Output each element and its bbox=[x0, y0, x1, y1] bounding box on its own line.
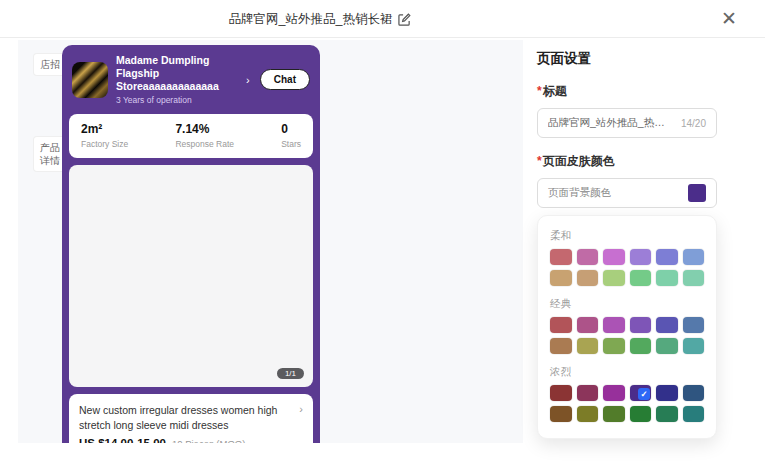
skin-field-label: *页面皮肤颜色 bbox=[537, 153, 717, 170]
store-header: Madame Dumpling Flagship Storeaaaaaaaaaa… bbox=[62, 45, 320, 112]
color-swatch[interactable] bbox=[603, 270, 625, 286]
chat-button[interactable]: Chat bbox=[260, 69, 310, 90]
settings-heading: 页面设置 bbox=[537, 50, 717, 68]
check-icon: ✓ bbox=[638, 388, 650, 400]
color-swatch[interactable] bbox=[577, 406, 599, 422]
color-swatch[interactable] bbox=[550, 406, 572, 422]
color-swatch[interactable] bbox=[683, 385, 705, 401]
dialog-header: 品牌官网_站外推品_热销长裙 ✕ bbox=[0, 0, 765, 38]
product-title: New custom irregular dresses women high … bbox=[79, 403, 295, 431]
color-swatch[interactable] bbox=[550, 317, 572, 333]
product-card[interactable]: New custom irregular dresses women high … bbox=[69, 394, 313, 443]
palette-grid-strong: ✓ bbox=[550, 385, 704, 422]
color-swatch[interactable] bbox=[656, 385, 678, 401]
color-swatch[interactable] bbox=[603, 249, 625, 265]
store-years: 3 Years of operation bbox=[116, 95, 236, 105]
color-swatch[interactable] bbox=[577, 338, 599, 354]
background-color-label: 页面背景颜色 bbox=[548, 186, 688, 200]
store-logo bbox=[72, 62, 108, 98]
color-swatch[interactable] bbox=[656, 338, 678, 354]
color-swatch[interactable] bbox=[603, 317, 625, 333]
mobile-preview: Madame Dumpling Flagship Storeaaaaaaaaaa… bbox=[62, 45, 320, 443]
color-palette-dropdown: 柔和 经典 浓烈 ✓ bbox=[537, 215, 717, 439]
palette-section-label: 经典 bbox=[550, 297, 704, 311]
store-banner-tab-label: 店招 bbox=[40, 59, 60, 70]
page-title: 品牌官网_站外推品_热销长裙 bbox=[229, 11, 393, 28]
color-swatch[interactable] bbox=[630, 249, 652, 265]
palette-section-label: 柔和 bbox=[550, 229, 704, 243]
stat-response-rate: 7.14% Response Rate bbox=[175, 122, 234, 149]
color-swatch[interactable] bbox=[577, 317, 599, 333]
required-mark: * bbox=[537, 154, 542, 168]
stat-factory-size: 2m² Factory Size bbox=[81, 122, 128, 149]
color-swatch[interactable] bbox=[683, 270, 705, 286]
chevron-right-icon[interactable]: › bbox=[299, 403, 303, 431]
color-swatch[interactable] bbox=[550, 385, 572, 401]
required-mark: * bbox=[537, 84, 542, 98]
product-tab-label-2: 详情 bbox=[40, 154, 60, 167]
edit-title-icon[interactable] bbox=[398, 13, 411, 26]
title-field-label: *标题 bbox=[537, 83, 717, 100]
palette-grid-soft bbox=[550, 249, 704, 286]
color-swatch[interactable] bbox=[603, 338, 625, 354]
product-moq: 10 Pieces (MOQ) bbox=[172, 438, 245, 443]
title-input-value: 品牌官网_站外推品_热销长裙 bbox=[548, 116, 675, 130]
product-price: US $14.00-15.00 bbox=[79, 437, 166, 443]
color-swatch[interactable] bbox=[630, 406, 652, 422]
store-name: Madame Dumpling Flagship Storeaaaaaaaaaa… bbox=[116, 54, 236, 93]
color-swatch[interactable] bbox=[656, 249, 678, 265]
product-tab-label-1: 产品 bbox=[40, 141, 60, 154]
close-icon[interactable]: ✕ bbox=[721, 7, 737, 31]
palette-grid-classic bbox=[550, 317, 704, 354]
color-swatch[interactable] bbox=[577, 270, 599, 286]
color-swatch[interactable] bbox=[630, 270, 652, 286]
stat-stars: 0 Stars bbox=[281, 122, 301, 149]
color-swatch[interactable] bbox=[630, 317, 652, 333]
color-swatch[interactable] bbox=[683, 338, 705, 354]
image-pager-badge: 1/1 bbox=[277, 368, 304, 379]
page-editor-dialog: 品牌官网_站外推品_热销长裙 ✕ 店招 产品 详情 Madame Dumplin… bbox=[0, 0, 765, 465]
title-input[interactable]: 品牌官网_站外推品_热销长裙 14/20 bbox=[537, 108, 717, 138]
char-counter: 14/20 bbox=[681, 118, 706, 129]
color-swatch[interactable] bbox=[656, 317, 678, 333]
color-swatch[interactable] bbox=[550, 270, 572, 286]
color-swatch[interactable] bbox=[603, 385, 625, 401]
page-settings-panel: 页面设置 *标题 品牌官网_站外推品_热销长裙 14/20 *页面皮肤颜色 页面… bbox=[537, 50, 717, 439]
color-swatch[interactable] bbox=[656, 270, 678, 286]
color-swatch[interactable] bbox=[603, 406, 625, 422]
store-stats: 2m² Factory Size 7.14% Response Rate 0 S… bbox=[69, 114, 313, 158]
color-swatch[interactable] bbox=[577, 249, 599, 265]
color-swatch[interactable] bbox=[577, 385, 599, 401]
color-swatch[interactable] bbox=[550, 338, 572, 354]
color-swatch[interactable] bbox=[683, 317, 705, 333]
chevron-right-icon[interactable]: › bbox=[246, 74, 250, 86]
color-swatch[interactable]: ✓ bbox=[630, 385, 652, 401]
color-swatch[interactable] bbox=[683, 406, 705, 422]
color-swatch[interactable] bbox=[630, 338, 652, 354]
color-swatch[interactable] bbox=[656, 406, 678, 422]
current-color-swatch[interactable] bbox=[688, 184, 706, 202]
color-swatch[interactable] bbox=[550, 249, 572, 265]
background-color-select[interactable]: 页面背景颜色 bbox=[537, 178, 717, 208]
color-swatch[interactable] bbox=[683, 249, 705, 265]
banner-image-placeholder[interactable]: 1/1 bbox=[69, 165, 313, 387]
palette-section-label: 浓烈 bbox=[550, 365, 704, 379]
